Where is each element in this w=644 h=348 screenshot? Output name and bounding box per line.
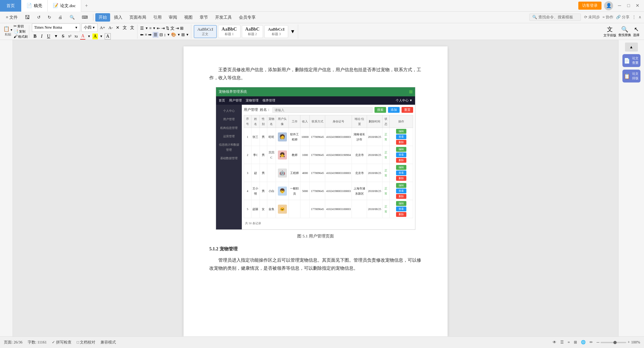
font-grow-btn[interactable]: A+ [99,25,106,31]
menu-reference[interactable]: 引用 [150,13,165,22]
menu-find[interactable]: 🔍 [66,14,78,21]
align-center-btn[interactable]: ≡ [145,32,147,37]
style-heading3[interactable]: AaBbCcI 标题 3 [264,25,288,38]
list-number-dd[interactable]: ▼ [153,26,156,30]
style-normal[interactable]: AaBbCcI 正文 [194,25,217,38]
text-layout-btn[interactable]: 文 文字排版 [603,25,616,38]
sc-add-btn[interactable]: 添加 [388,107,400,113]
scroll-up-btn[interactable]: ▲ [625,43,638,52]
tab-doc[interactable]: 📝 论文.doc [48,0,81,12]
maximize-btn[interactable]: □ [625,2,632,10]
menu-page-layout[interactable]: 页面布局 [126,13,149,22]
shading-dd[interactable]: ▼ [177,33,180,36]
view-icon-web[interactable]: 🌐 [581,340,586,345]
more-options[interactable]: ⋮ [632,15,636,20]
font-transform-btn[interactable]: 文 [122,24,128,31]
underline-style-btn[interactable]: ▼ [53,34,59,39]
view-icon-lines[interactable]: ≡ [568,340,570,345]
menu-file[interactable]: ≡ 文件 [3,13,21,22]
menu-start[interactable]: 开始 [95,13,110,22]
tab-home[interactable]: 首页 [0,0,21,12]
styles-expand-btn[interactable]: ▼ [289,28,296,35]
doc-check[interactable]: □ 文档校对 [77,340,95,345]
para-sort-btn[interactable]: ⇅ [166,26,169,31]
highlight-dropdown[interactable]: ▼ [99,34,104,38]
zoom-in-btn[interactable]: + [628,340,630,345]
tab-add-btn[interactable]: + [81,1,92,11]
menu-input[interactable]: ⌨ [79,14,91,21]
tab-wps[interactable]: 📄 稿壳 [21,0,48,12]
select-btn[interactable]: ↖ 选择 [633,26,639,37]
font-name-selector[interactable]: Times New Roma ▼ [32,24,80,32]
borders-btn[interactable]: ⊞ [180,26,184,31]
view-icon-edit[interactable]: ✏ [590,340,593,345]
menu-chapter[interactable]: 章节 [196,13,211,22]
menu-print[interactable]: 🖨 [55,14,66,21]
view-icon-grid[interactable]: ⊞ [574,340,577,345]
format-painter-btn[interactable]: 🖌 格式刷 [14,34,28,39]
visitor-login-btn[interactable]: 访客登录 [578,2,601,10]
char-border-btn[interactable]: A [105,33,110,40]
menu-view[interactable]: 视图 [181,13,196,22]
superscript-btn[interactable]: x² [67,34,72,39]
align-right-btn[interactable]: ➡ [148,32,152,37]
italic-btn[interactable]: I [39,34,44,39]
align-justify-btn[interactable]: ☰ [153,32,158,38]
sc-search-btn[interactable]: 搜索 [374,107,386,113]
clear-format-btn[interactable]: ✕ [115,25,120,31]
document-canvas[interactable]: 王委页员修改用户信息，添加新用户，删除指定用户信息，用户信息包括是否养过宠物，联… [13,40,618,336]
menu-undo[interactable]: ↺ [34,14,44,21]
menu-review[interactable]: 审阅 [166,13,180,22]
collapse-btn[interactable]: ∧ [639,15,641,20]
bold-btn[interactable]: B [32,34,38,39]
shading-btn[interactable]: 🎨 [171,32,176,37]
sync-status[interactable]: ⟳ 未同步 [584,15,600,20]
style-heading1[interactable]: AaBbC 标题 1 [218,25,241,38]
font-color-dropdown[interactable]: ▼ [87,34,91,38]
menu-devtools[interactable]: 开发工具 [212,13,235,22]
strikethrough-btn[interactable]: S [60,34,66,39]
find-replace-btn[interactable]: 🔍 查找替换 [618,26,631,37]
font-color-btn[interactable]: A [80,33,85,40]
tabstop-btn[interactable]: ⇥ [175,26,179,31]
menu-vip[interactable]: 会员专享 [236,13,259,22]
chinese-layout-btn[interactable]: 文 [170,25,175,31]
phonetic-btn[interactable]: 文 [129,24,135,31]
collab-btn[interactable]: ≡ 协作 [602,15,613,20]
menu-save-icon[interactable]: 🖫 [22,13,33,22]
view-icon-list[interactable]: ☰ [560,340,564,345]
cut-btn[interactable]: ✂ 剪切 [14,24,28,29]
minimize-btn[interactable]: ─ [616,2,623,10]
search-command[interactable]: 🔍 查找命令、搜索模板 [529,14,581,21]
line-spacing-dd[interactable]: ▼ [167,33,170,36]
zoom-slider[interactable] [601,342,626,343]
list-bullet-btn[interactable]: ☰ [140,26,144,31]
style-heading2[interactable]: AaBbC 标题 2 [242,25,263,38]
copy-btn[interactable]: 📑 复制 [14,29,28,34]
menu-redo[interactable]: ↻ [44,14,54,21]
paper-format-btn[interactable]: 📋 论文排版 [622,70,640,82]
paper-check-btn[interactable]: 📄 论文查重 [622,54,640,67]
para-border-dd[interactable]: ▼ [186,33,189,36]
font-size-selector[interactable]: 小四 ▼ [81,24,98,32]
para-border-btn[interactable]: ⊞ [181,32,185,37]
view-icon-eye[interactable]: 👁 [553,340,556,345]
share-btn[interactable]: 🔗 分享 [616,15,630,20]
indent-increase-btn[interactable]: ⇥ [161,26,165,31]
spell-check[interactable]: ✓ 拼写检查 [52,340,71,345]
indent-decrease-btn[interactable]: ⇤ [157,26,160,31]
paste-btn[interactable]: 📋 ▼ [3,26,13,32]
list-number-btn[interactable]: ≡ [149,26,151,31]
sc-reset-btn[interactable]: 重置 [402,107,413,113]
underline-btn[interactable]: U [45,34,52,39]
close-btn[interactable]: ✕ [634,2,641,10]
line-spacing-btn[interactable]: ↕ [164,32,166,37]
align-left-btn[interactable]: ⬅ [140,32,144,37]
columns-btn[interactable]: ⊟ [159,32,163,37]
zoom-out-btn[interactable]: ─ [597,340,600,345]
menu-insert[interactable]: 插入 [111,13,126,22]
highlight-btn[interactable]: A [92,34,98,39]
font-shrink-btn[interactable]: A- [108,25,114,31]
sc-search-input[interactable] [272,107,373,113]
list-bullet-dd[interactable]: ▼ [145,26,148,30]
